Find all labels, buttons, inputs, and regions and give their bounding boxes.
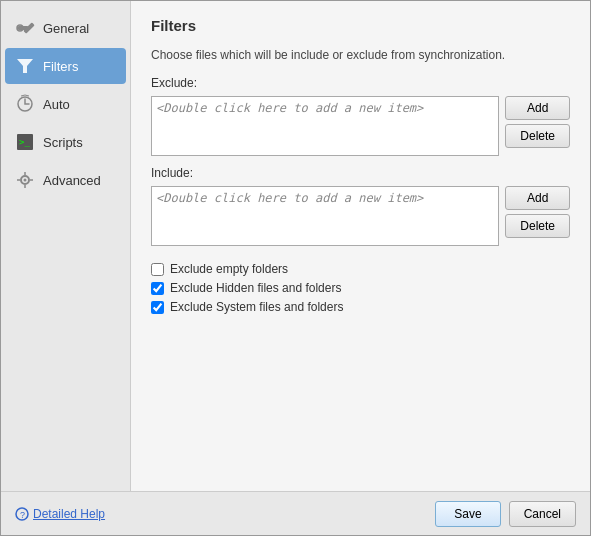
include-add-button[interactable]: Add (505, 186, 570, 210)
sidebar-item-auto[interactable]: Auto (5, 86, 126, 122)
page-title: Filters (151, 17, 570, 34)
checkbox-hidden-files-label: Exclude Hidden files and folders (170, 281, 341, 295)
checkbox-empty-folders[interactable] (151, 263, 164, 276)
dialog-footer: ? Detailed Help Save Cancel (1, 491, 590, 535)
sidebar-item-filters-label: Filters (43, 59, 78, 74)
sidebar-item-filters[interactable]: Filters (5, 48, 126, 84)
main-content: Filters Choose files which will be inclu… (131, 1, 590, 491)
svg-marker-3 (17, 59, 33, 73)
exclude-row: <Double click here to add a new item> Ad… (151, 96, 570, 156)
checkbox-hidden-files-row: Exclude Hidden files and folders (151, 281, 570, 295)
checkboxes-section: Exclude empty folders Exclude Hidden fil… (151, 262, 570, 314)
include-buttons: Add Delete (505, 186, 570, 238)
include-textarea[interactable]: <Double click here to add a new item> (151, 186, 499, 246)
checkbox-empty-folders-label: Exclude empty folders (170, 262, 288, 276)
footer-buttons: Save Cancel (435, 501, 576, 527)
checkbox-hidden-files[interactable] (151, 282, 164, 295)
sidebar-item-advanced-label: Advanced (43, 173, 101, 188)
filter-icon (15, 56, 35, 76)
dialog: General Filters Auto (0, 0, 591, 536)
help-link[interactable]: ? Detailed Help (15, 507, 105, 521)
sidebar-item-general[interactable]: General (5, 10, 126, 46)
sidebar-item-advanced[interactable]: Advanced (5, 162, 126, 198)
help-link-label: Detailed Help (33, 507, 105, 521)
include-delete-button[interactable]: Delete (505, 214, 570, 238)
exclude-add-button[interactable]: Add (505, 96, 570, 120)
exclude-label: Exclude: (151, 76, 570, 90)
include-label: Include: (151, 166, 570, 180)
cancel-button[interactable]: Cancel (509, 501, 576, 527)
description-text: Choose files which will be include or ex… (151, 48, 570, 62)
advanced-icon (15, 170, 35, 190)
svg-text:>_: >_ (19, 137, 30, 147)
sidebar-item-auto-label: Auto (43, 97, 70, 112)
include-row: <Double click here to add a new item> Ad… (151, 186, 570, 246)
help-icon: ? (15, 507, 29, 521)
sidebar-item-scripts[interactable]: >_ Scripts (5, 124, 126, 160)
exclude-section: Exclude: <Double click here to add a new… (151, 76, 570, 156)
svg-point-8 (24, 179, 27, 182)
exclude-textarea[interactable]: <Double click here to add a new item> (151, 96, 499, 156)
sidebar: General Filters Auto (1, 1, 131, 491)
svg-text:?: ? (20, 510, 25, 520)
sidebar-item-scripts-label: Scripts (43, 135, 83, 150)
auto-icon (15, 94, 35, 114)
checkbox-system-files-label: Exclude System files and folders (170, 300, 343, 314)
checkbox-system-files[interactable] (151, 301, 164, 314)
exclude-delete-button[interactable]: Delete (505, 124, 570, 148)
checkbox-system-files-row: Exclude System files and folders (151, 300, 570, 314)
checkbox-empty-folders-row: Exclude empty folders (151, 262, 570, 276)
wrench-icon (15, 18, 35, 38)
dialog-body: General Filters Auto (1, 1, 590, 491)
exclude-buttons: Add Delete (505, 96, 570, 148)
include-section: Include: <Double click here to add a new… (151, 166, 570, 246)
sidebar-item-general-label: General (43, 21, 89, 36)
scripts-icon: >_ (15, 132, 35, 152)
save-button[interactable]: Save (435, 501, 500, 527)
